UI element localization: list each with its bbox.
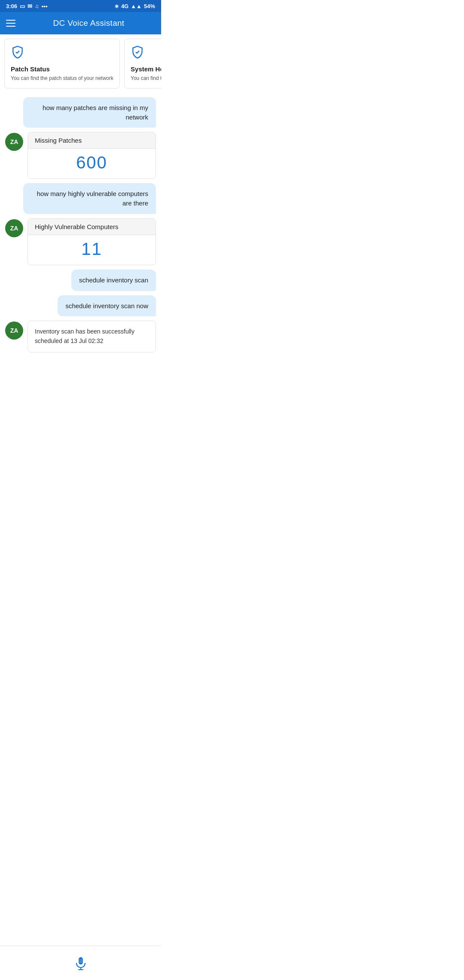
user-message-2: how many highly vulnerable computers are… xyxy=(23,183,156,214)
bot-avatar-3: ZA xyxy=(5,322,23,340)
bot-card-vulnerable-computers: Highly Vulnerable Computers 11 xyxy=(27,218,156,265)
user-message-4: schedule inventory scan now xyxy=(58,295,156,317)
patch-status-title: Patch Status xyxy=(11,65,113,73)
app-title: DC Voice Assistant xyxy=(22,18,155,28)
system-health-desc: You can find the sys... of your network xyxy=(131,75,161,82)
status-bar: 3:06 ▭ ✉ ♫ ••• ∗ 4G ▲▲ 54% xyxy=(0,0,161,12)
user-message-1: how many patches are missing in my netwo… xyxy=(23,97,156,128)
screen-icon: ▭ xyxy=(20,3,25,9)
status-right: ∗ 4G ▲▲ 54% xyxy=(114,3,155,9)
patch-status-icon xyxy=(11,45,113,62)
user-message-3: schedule inventory scan xyxy=(71,270,156,291)
time-display: 3:06 xyxy=(6,3,17,9)
status-left: 3:06 ▭ ✉ ♫ ••• xyxy=(6,3,47,9)
bluetooth-icon: ∗ xyxy=(114,3,119,9)
app-header: DC Voice Assistant xyxy=(0,12,161,34)
bot-card-value-vulnerable: 11 xyxy=(28,235,156,265)
signal-icon: ▲▲ xyxy=(131,3,142,9)
bot-card-inventory: Inventory scan has been successfully sch… xyxy=(27,321,156,352)
bot-card-header-missing-patches: Missing Patches xyxy=(28,132,156,149)
bot-card-value-missing-patches: 600 xyxy=(28,149,156,178)
bot-avatar-1: ZA xyxy=(5,133,23,151)
mail-icon: ✉ xyxy=(27,3,32,9)
hamburger-menu[interactable] xyxy=(6,20,15,27)
bot-response-1: ZA Missing Patches 600 xyxy=(5,132,156,179)
system-health-title: System Health St xyxy=(131,65,161,73)
mic-button[interactable] xyxy=(70,952,92,974)
network-label: 4G xyxy=(121,3,128,9)
bot-response-2: ZA Highly Vulnerable Computers 11 xyxy=(5,218,156,265)
microphone-icon xyxy=(73,956,89,971)
bot-response-3: ZA Inventory scan has been successfully … xyxy=(5,321,156,352)
card-system-health[interactable]: System Health St You can find the sys...… xyxy=(124,39,161,89)
bot-card-header-vulnerable: Highly Vulnerable Computers xyxy=(28,219,156,235)
bot-card-text-inventory: Inventory scan has been successfully sch… xyxy=(28,321,156,352)
patch-status-desc: You can find the patch status of your ne… xyxy=(11,75,113,82)
music-icon: ♫ xyxy=(35,3,39,9)
card-patch-status[interactable]: Patch Status You can find the patch stat… xyxy=(4,39,120,89)
bot-avatar-2: ZA xyxy=(5,219,23,237)
mic-bar xyxy=(0,946,161,980)
chat-area: how many patches are missing in my netwo… xyxy=(0,93,161,391)
battery-label: 54% xyxy=(144,3,155,9)
cards-row: Patch Status You can find the patch stat… xyxy=(0,34,161,93)
dots-icon: ••• xyxy=(42,3,48,9)
system-health-icon xyxy=(131,45,161,62)
bot-card-missing-patches: Missing Patches 600 xyxy=(27,132,156,179)
